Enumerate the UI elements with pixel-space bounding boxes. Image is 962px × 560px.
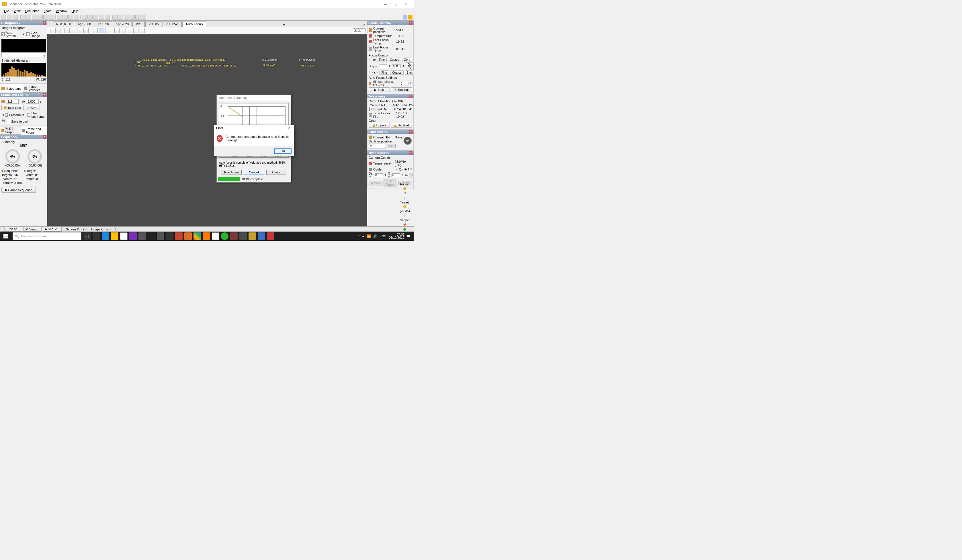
run-again-button[interactable]: Run Again bbox=[221, 169, 242, 175]
cool-button[interactable]: ❄ Cool bbox=[369, 181, 383, 186]
af-settings-button[interactable]: 🔧 Settings bbox=[391, 87, 412, 92]
tab-ngc7000[interactable]: ngc 7000 bbox=[75, 21, 94, 27]
close-panel-icon[interactable]: × bbox=[43, 135, 46, 139]
taskbar-app-12[interactable] bbox=[239, 232, 247, 240]
menu-tools[interactable]: Tools bbox=[42, 9, 53, 13]
cooler-off-radio[interactable]: Off bbox=[408, 167, 412, 171]
sequence-header[interactable]: Sequence ▾ × bbox=[0, 135, 47, 139]
tab-ic1805[interactable]: ic 1805 bbox=[145, 21, 162, 27]
coarse-out-button[interactable]: Coarse bbox=[390, 71, 404, 75]
tb-play-icon[interactable] bbox=[49, 15, 54, 20]
telescope-header[interactable]: Telescope▾× bbox=[367, 94, 414, 98]
onedrive-icon[interactable]: ☁ bbox=[362, 234, 365, 238]
taskbar-app-5[interactable] bbox=[157, 232, 164, 240]
tray-chevron-icon[interactable]: ˄ bbox=[357, 234, 359, 238]
taskbar-app-6[interactable] bbox=[166, 232, 173, 240]
edge-icon[interactable] bbox=[102, 232, 109, 240]
view-button[interactable]: 👁 View ... bbox=[23, 227, 42, 232]
globe-icon[interactable] bbox=[105, 28, 110, 33]
menu-file[interactable]: File bbox=[2, 9, 11, 13]
volume-icon[interactable]: 🔊 bbox=[373, 234, 377, 238]
save-disk-checkbox[interactable] bbox=[6, 120, 10, 123]
tab-ngc6960[interactable]: NGC 6960 bbox=[53, 21, 74, 27]
tab-m31[interactable]: M31 bbox=[132, 21, 145, 27]
explorer-icon[interactable] bbox=[111, 232, 118, 240]
tabs-dropdown-icon[interactable]: ▼ bbox=[281, 23, 287, 27]
frame-focus-header[interactable]: Frame and Focus ▾ × bbox=[0, 92, 47, 97]
filterwheel-header[interactable]: Filter Wheel▾× bbox=[367, 129, 414, 134]
binning-select[interactable]: 1x1 bbox=[6, 99, 19, 104]
clock-date[interactable]: 05/10/2019 bbox=[389, 236, 405, 239]
close-panel-icon[interactable]: × bbox=[43, 21, 46, 25]
image-viewport[interactable]: I: 188(30x30)HFR: 12.76I: 212 (22x22)HFR… bbox=[67, 34, 347, 226]
tb-home-icon[interactable] bbox=[135, 15, 140, 20]
af-stop-button[interactable]: ▶ Stop bbox=[369, 87, 390, 92]
tb-gear3-icon[interactable] bbox=[68, 15, 73, 20]
minimize-button[interactable]: — bbox=[380, 0, 391, 8]
unpark-button[interactable]: 🔓 Unpark bbox=[369, 123, 390, 127]
zoom-level[interactable]: 21% bbox=[353, 28, 365, 33]
taskbar-app-14[interactable] bbox=[267, 232, 274, 240]
coarse-in-button[interactable]: Coarse bbox=[388, 58, 401, 62]
tab-ngc7023[interactable]: ngc 7023 bbox=[113, 21, 132, 27]
taskbar-app-8[interactable] bbox=[184, 232, 192, 240]
subframe-checkbox[interactable] bbox=[27, 113, 30, 117]
lock-range-checkbox[interactable] bbox=[26, 32, 29, 36]
exposure-input[interactable]: 5.000 bbox=[26, 99, 39, 104]
taskbar-search[interactable]: 🔍Type here to search bbox=[13, 232, 81, 240]
tb-cloud-icon[interactable] bbox=[93, 15, 98, 20]
close-panel-icon[interactable]: × bbox=[409, 95, 413, 98]
tab-ic1805-1[interactable]: ic 1805-1 bbox=[163, 21, 182, 27]
corner-icon-1[interactable] bbox=[403, 15, 407, 19]
pin-icon[interactable]: ▾ bbox=[27, 94, 30, 96]
taskbar-app-7[interactable] bbox=[175, 232, 182, 240]
pause-sequence-button[interactable]: ▶ Pause Sequence bbox=[2, 187, 36, 193]
error-titlebar[interactable]: Error ✕ bbox=[214, 125, 294, 131]
close-panel-icon[interactable]: × bbox=[409, 151, 413, 155]
setpark-button[interactable]: 🔓 Set Park bbox=[391, 123, 412, 127]
histograms-header[interactable]: Histograms ▾ × bbox=[0, 21, 47, 25]
start-button[interactable] bbox=[0, 232, 11, 241]
zoom-out-icon[interactable] bbox=[71, 28, 76, 33]
close-panel-icon[interactable]: × bbox=[409, 130, 413, 134]
tb-sigma-icon[interactable] bbox=[37, 15, 43, 20]
save-image-icon[interactable] bbox=[140, 28, 145, 33]
tab-image-statistics[interactable]: Image Statistics bbox=[23, 84, 47, 92]
close-button[interactable]: Close bbox=[266, 169, 286, 175]
tb-graph-icon[interactable] bbox=[129, 15, 135, 20]
setto-temp-input[interactable] bbox=[374, 173, 383, 177]
stop-focus-button[interactable]: Stop bbox=[405, 71, 414, 75]
error-ok-button[interactable]: OK bbox=[274, 148, 292, 153]
pin-icon[interactable]: ▾ bbox=[386, 131, 389, 133]
tb-chart-icon[interactable] bbox=[43, 15, 48, 20]
zoom-100-icon[interactable] bbox=[84, 28, 89, 33]
tb-pen-icon[interactable] bbox=[87, 15, 93, 20]
system-tray[interactable]: ˄ ☁ 📶 🔊 ENG 07:01 05/10/2019 💬 bbox=[355, 233, 414, 239]
rotate-icon[interactable] bbox=[93, 28, 98, 33]
cancel-button[interactable]: Cancel bbox=[244, 169, 264, 175]
pan-icon[interactable] bbox=[99, 28, 104, 33]
tb-open-icon[interactable] bbox=[7, 15, 12, 20]
corner-icon-2[interactable] bbox=[408, 15, 413, 19]
chrome-icon[interactable] bbox=[194, 232, 201, 240]
zero-button[interactable]: Zero bbox=[402, 58, 412, 62]
crosshairs-checkbox[interactable] bbox=[5, 113, 8, 117]
tab-auto-focus[interactable]: Auto Focus bbox=[182, 21, 206, 27]
tab-histograms[interactable]: Histograms bbox=[0, 84, 23, 92]
tb-target-icon[interactable] bbox=[112, 15, 118, 20]
fine-out-button[interactable]: Fine bbox=[379, 71, 389, 75]
close-button[interactable]: ✕ bbox=[401, 0, 412, 8]
sgp-icon[interactable] bbox=[249, 232, 256, 240]
tb-window-icon[interactable] bbox=[105, 15, 110, 20]
taskbar-app-10[interactable] bbox=[221, 232, 228, 240]
taskbar-app-4[interactable] bbox=[148, 232, 155, 240]
take-one-button[interactable]: ➊Take One bbox=[2, 105, 24, 110]
pin-icon[interactable]: ▾ bbox=[384, 95, 386, 98]
start-button[interactable]: ↻Start bbox=[25, 105, 40, 110]
maximize-button[interactable]: ▢ bbox=[391, 0, 401, 8]
star-icon[interactable] bbox=[133, 28, 139, 33]
nav-fwd-icon[interactable]: → bbox=[55, 28, 60, 33]
store-icon[interactable] bbox=[120, 232, 128, 240]
tb-gear4-icon[interactable] bbox=[74, 15, 79, 20]
set-filter-button[interactable]: Set bbox=[387, 144, 395, 148]
